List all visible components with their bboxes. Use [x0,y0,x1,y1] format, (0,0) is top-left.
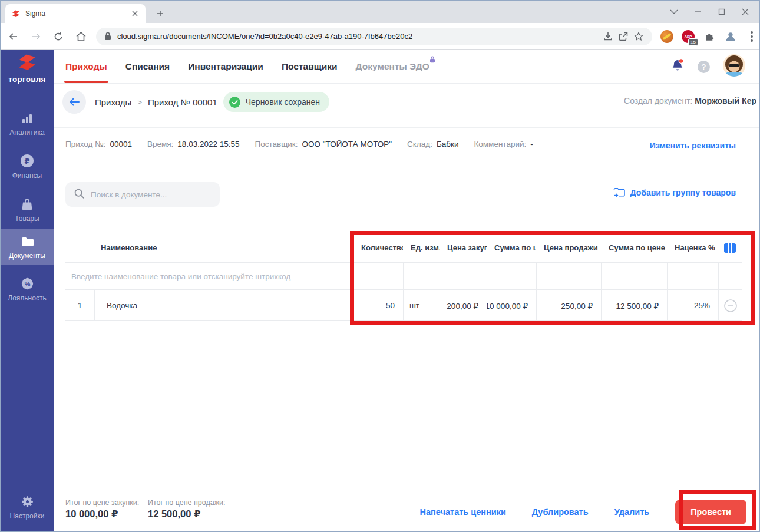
remove-row-icon[interactable] [718,290,742,321]
breadcrumb: Приходы > Приход № 00001 [95,97,217,107]
maximize-icon[interactable] [718,8,725,15]
delete-link[interactable]: Удалить [614,507,650,517]
back-button[interactable] [62,90,86,114]
products-table: Наименование Количество Ед. изм. Цена за… [65,233,742,321]
back-icon[interactable] [4,27,23,46]
help-icon[interactable]: ? [698,61,710,73]
col-purchase-sum: Сумма по це [487,243,536,252]
submit-button[interactable]: Провести [675,500,746,524]
add-group-link[interactable]: Добавить группу товаров [613,187,736,197]
extensions-puzzle-icon[interactable] [702,29,717,44]
purchase-price-cell[interactable]: 200,00 ₽ [440,290,487,321]
window-controls [670,1,754,23]
check-icon [229,97,240,108]
reload-icon[interactable] [49,27,68,46]
markup-cell[interactable]: 25% [667,290,718,321]
search-input[interactable] [91,190,209,199]
new-product-row [65,263,742,290]
document-search [65,182,220,207]
product-name[interactable]: Водочка [95,290,353,321]
header-right: ? [670,54,760,79]
analytics-icon [20,111,34,125]
home-icon[interactable] [71,27,90,46]
tab-inventarizacii[interactable]: Инвентаризации [188,50,263,83]
lock-icon [429,55,435,65]
tab-close-icon[interactable] [130,9,140,18]
status-badge-text: Черновик сохранен [246,97,320,107]
forward-icon[interactable] [27,27,45,46]
col-purchase-price: Цена закупк [440,243,487,252]
field-number: Приход №:00001 [65,140,132,148]
brand-label: торговля [1,75,54,84]
svg-text:%: % [24,280,30,288]
new-tab-button[interactable] [153,6,168,21]
share-icon[interactable] [616,29,631,44]
field-time: Время:18.03.2022 15:55 [147,140,239,148]
sale-total: Итог по цене продажи: 12 500,00 ₽ [148,498,226,520]
qty-cell[interactable]: 50 [353,290,403,321]
chevron-down-icon[interactable] [670,9,678,14]
column-settings-icon[interactable] [718,243,742,253]
sidebar-item-goods[interactable]: Товары [1,191,54,228]
browser-titlebar: Sigma [1,1,759,23]
sidebar-item-loyalty[interactable]: % Лояльность [1,271,54,308]
breadcrumb-row: Приходы > Приход № 00001 Черновик сохран… [54,89,760,115]
print-price-tags-link[interactable]: Напечатать ценники [420,507,506,517]
profile-icon[interactable] [723,29,738,44]
sale-price-cell[interactable]: 250,00 ₽ [536,290,601,321]
sale-sum-cell[interactable]: 12 500,00 ₽ [601,290,667,321]
tab-postavshchiki[interactable]: Поставщики [282,50,338,83]
tab-spisaniya[interactable]: Списания [125,50,170,83]
loyalty-icon: % [20,276,35,291]
table-row[interactable]: 1 Водочка 50 шт 200,00 ₽ 10 000,00 ₽ 250… [65,290,742,321]
address-bar[interactable]: cloud.sigma.ru/documents/INCOME/one?id=0… [96,28,652,45]
tab-prihody[interactable]: Приходы [65,50,107,83]
lock-icon [104,32,111,41]
col-markup: Наценка % [667,243,718,252]
sidebar-item-label: Товары [15,214,39,223]
documents-icon [20,234,34,249]
tab-dokumenty-edo[interactable]: Документы ЭДО [356,50,429,83]
sidebar-item-label: Аналитика [9,128,44,137]
download-icon[interactable] [600,29,616,44]
sidebar-item-finance[interactable]: ₽ Финансы [1,148,54,184]
extensions-area: ABP 15 [659,29,759,44]
folder-plus-icon [613,187,625,197]
col-name: Наименование [65,243,353,252]
sigma-favicon [11,9,21,18]
search-icon [74,188,85,201]
col-qty: Количество [353,243,403,252]
browser-tab[interactable]: Sigma [5,4,146,23]
app-header: Приходы Списания Инвентаризации Поставщи… [54,50,760,84]
section-tabs: Приходы Списания Инвентаризации Поставщи… [54,50,429,83]
user-avatar[interactable] [723,54,745,79]
sidebar-item-settings[interactable]: Настройки [1,489,54,526]
notifications-bell-icon[interactable] [670,58,685,75]
edit-requisites-link[interactable]: Изменить реквизиты [650,141,736,150]
minimize-icon[interactable] [695,8,702,15]
breadcrumb-parent[interactable]: Приходы [95,97,131,107]
footer-actions: Напечатать ценники Дублировать Удалить П… [420,490,746,532]
bookmark-star-icon[interactable] [631,29,646,44]
purchase-sum-cell[interactable]: 10 000,00 ₽ [487,290,536,321]
status-badge: Черновик сохранен [223,92,329,112]
breadcrumb-separator: > [137,98,142,107]
adblock-badge: 15 [688,38,698,46]
extension-pencil-icon[interactable] [659,29,675,44]
close-icon[interactable] [742,8,749,15]
new-product-input[interactable] [71,272,348,281]
created-by: Создал документ: Моржовый Кер [624,96,756,105]
divider [54,127,760,128]
document-footer: Итог по цене закупки: 10 000,00 ₽ Итог п… [54,490,760,532]
col-sale-sum: Сумма по цене пр [601,243,667,252]
menu-kebab-icon[interactable] [744,29,759,44]
sidebar-item-analytics[interactable]: Аналитика [1,105,54,142]
table-header: Наименование Количество Ед. изм. Цена за… [65,233,742,263]
unit-cell[interactable]: шт [403,290,440,321]
gear-icon [20,494,35,509]
col-sale-price: Цена продажи [536,243,601,252]
sidebar-item-documents[interactable]: Документы [1,229,54,265]
adblock-icon[interactable]: ABP 15 [680,29,696,44]
sidebar: торговля Аналитика ₽ Финансы Товары Доку… [1,50,54,532]
duplicate-link[interactable]: Дублировать [532,507,589,517]
